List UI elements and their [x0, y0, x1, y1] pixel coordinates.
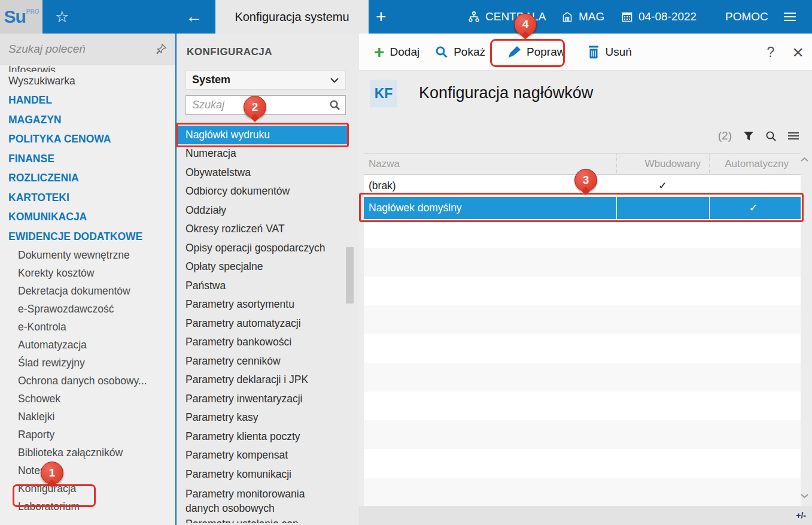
page-title: Konfiguracja nagłówków	[419, 84, 593, 102]
search-icon[interactable]	[329, 99, 340, 111]
sidebar-item[interactable]: e-Sprawozdawczość	[0, 300, 175, 318]
date-selector[interactable]: 04-08-2022	[621, 0, 697, 34]
pin-icon[interactable]	[155, 43, 167, 55]
brush-icon	[508, 45, 521, 59]
panel-item[interactable]: Obywatelstwa	[178, 163, 347, 183]
delete-button[interactable]: Usuń	[588, 45, 631, 59]
panel-item[interactable]: Parametry cenników	[178, 352, 347, 371]
sidebar-item[interactable]: Laboratorium	[0, 497, 175, 515]
column-header-nazwa[interactable]: Nazwa	[364, 158, 616, 170]
panel-item[interactable]: Opłaty specjalne	[178, 257, 347, 277]
help-menu[interactable]: POMOC	[725, 0, 768, 34]
panel-help-button[interactable]: ?	[767, 44, 775, 60]
panel-item-selected[interactable]: Nagłówki wydruku	[178, 126, 347, 144]
panel-item[interactable]: Parametry deklaracji i JPK	[178, 371, 347, 390]
panel-item[interactable]: Odbiorcy dokumentów	[178, 182, 347, 201]
delete-label: Usuń	[605, 45, 631, 59]
panel-item[interactable]: Parametry klienta poczty	[178, 427, 347, 447]
list-menu-icon[interactable]	[788, 132, 799, 140]
sidebar-item[interactable]: Schowek	[0, 390, 175, 408]
panel-item[interactable]: Parametry inwentaryzacji	[178, 390, 347, 409]
sidebar-item[interactable]: Wyszukiwarka	[0, 72, 175, 90]
tab-konfiguracja-systemu[interactable]: Konfiguracja systemu	[215, 0, 369, 34]
app-logo[interactable]: SuPRO	[0, 0, 42, 34]
org-chart-icon	[468, 11, 480, 23]
sidebar-item[interactable]: Naklejki	[0, 408, 175, 426]
panel-item[interactable]: Opisy operacji gospodarczych	[178, 239, 347, 258]
panel-item[interactable]: Numeracja	[178, 144, 347, 163]
date-label: 04-08-2022	[638, 10, 697, 23]
sidebar-item[interactable]: KOMUNIKACJA	[0, 207, 175, 227]
new-tab-button[interactable]: +	[376, 0, 387, 34]
action-toolbar: + Dodaj Pokaż Popraw Usuń ?	[359, 34, 812, 71]
record-count: (2)	[718, 129, 732, 142]
sidebar-item[interactable]: Infoserwis	[0, 61, 175, 72]
warehouse-label: MAG	[579, 10, 604, 23]
table-scroll-up-icon[interactable]	[800, 157, 809, 162]
annotation-badge-4: 4	[514, 13, 537, 36]
headers-table: Nazwa Wbudowany Automatyczny (brak) ✓ Na…	[364, 153, 801, 506]
annotation-badge-3: 3	[574, 169, 597, 192]
konfiguracja-panel: KONFIGURACJA System Szukaj Nagłówki wydr…	[175, 34, 359, 525]
panel-item[interactable]: Parametry kasy	[178, 408, 347, 427]
sidebar-item[interactable]: Korekty kosztów	[0, 264, 175, 282]
back-arrow-icon[interactable]: ←	[185, 0, 202, 34]
sidebar-item[interactable]: Ochrona danych osobowy...	[0, 372, 175, 390]
cell-automatic-check: ✓	[709, 197, 797, 219]
sidebar-item[interactable]: Dekretacja dokumentów	[0, 282, 175, 300]
cell-builtin-check: ✓	[616, 180, 709, 192]
sidebar-item[interactable]: EWIDENCJE DODATKOWE	[0, 227, 175, 247]
sidebar-item[interactable]: Raporty	[0, 426, 175, 444]
panel-item[interactable]: Parametry automatyzacji	[178, 314, 347, 333]
sidebar-item[interactable]: Konfiguracja	[0, 480, 175, 497]
plus-icon: +	[374, 46, 385, 58]
edit-label: Popraw	[527, 45, 565, 59]
sidebar-item[interactable]: e-Kontrola	[0, 318, 175, 336]
logo-text: Su	[4, 7, 25, 27]
panel-item[interactable]: Państwa	[178, 277, 347, 296]
sidebar-item[interactable]: KARTOTEKI	[0, 188, 175, 208]
sidebar-item[interactable]: POLITYKA CENOWA	[0, 129, 175, 149]
panel-item[interactable]: Parametry bankowości	[178, 333, 347, 352]
add-button[interactable]: + Dodaj	[374, 45, 419, 59]
app-window: SuPRO ☆ ← Konfiguracja systemu + CENTRAL…	[0, 0, 812, 525]
sidebar-item[interactable]: MAGAZYN	[0, 110, 175, 130]
column-header-wbudowany[interactable]: Wbudowany	[616, 154, 709, 174]
column-header-automatyczny[interactable]: Automatyczny	[709, 154, 797, 174]
panel-item[interactable]: Parametry asortymentu	[178, 295, 347, 314]
sidebar-item[interactable]: Automatyzacja	[0, 336, 175, 354]
close-icon[interactable]: ×	[792, 41, 804, 63]
star-icon[interactable]: ☆	[55, 0, 69, 34]
list-search-icon[interactable]	[765, 131, 777, 142]
panel-item[interactable]: Okresy rozliczeń VAT	[178, 220, 347, 239]
panel-title: KONFIGURACJA	[187, 46, 272, 58]
sidebar-item[interactable]: Biblioteka załączników	[0, 444, 175, 462]
warehouse-selector[interactable]: MAG	[561, 0, 604, 34]
table-row-selected[interactable]: Nagłówek domyślny ✓	[364, 197, 801, 219]
panel-scrollbar-thumb[interactable]	[346, 247, 354, 304]
panel-item[interactable]: Parametry ustalania cen	[178, 515, 347, 523]
panel-item[interactable]: Parametry monitorowania danych osobowych	[178, 484, 324, 515]
scope-select[interactable]: System	[185, 70, 346, 90]
status-bar: +/-	[359, 506, 812, 525]
add-label: Dodaj	[390, 45, 420, 59]
filter-icon[interactable]	[743, 131, 754, 141]
edit-button[interactable]: Popraw	[508, 45, 565, 59]
top-bar: SuPRO ☆ ← Konfiguracja systemu + CENTRAL…	[0, 0, 812, 34]
sidebar-item[interactable]: HANDEL	[0, 90, 175, 110]
panel-item[interactable]: Oddziały	[178, 201, 347, 220]
panel-item[interactable]: Parametry kompensat	[178, 446, 347, 465]
sidebar-item[interactable]: Notes	[0, 462, 175, 480]
table-scroll-down-icon[interactable]	[800, 493, 809, 499]
sidebar-item[interactable]: ROZLICZENIA	[0, 168, 175, 188]
annotation-badge-2: 2	[244, 96, 266, 119]
panel-item[interactable]: Parametry komunikacji	[178, 465, 347, 484]
show-button[interactable]: Pokaż	[435, 45, 485, 59]
sidebar-item[interactable]: Dokumenty wewnętrzne	[0, 246, 175, 264]
sidebar-item[interactable]: FINANSE	[0, 149, 175, 169]
magnifier-icon	[435, 45, 448, 59]
sidebar-item[interactable]: Ślad rewizyjny	[0, 354, 175, 372]
calendar-icon	[621, 11, 633, 23]
plus-minus-control[interactable]: +/-	[796, 511, 806, 520]
hamburger-menu-button[interactable]	[784, 0, 796, 34]
